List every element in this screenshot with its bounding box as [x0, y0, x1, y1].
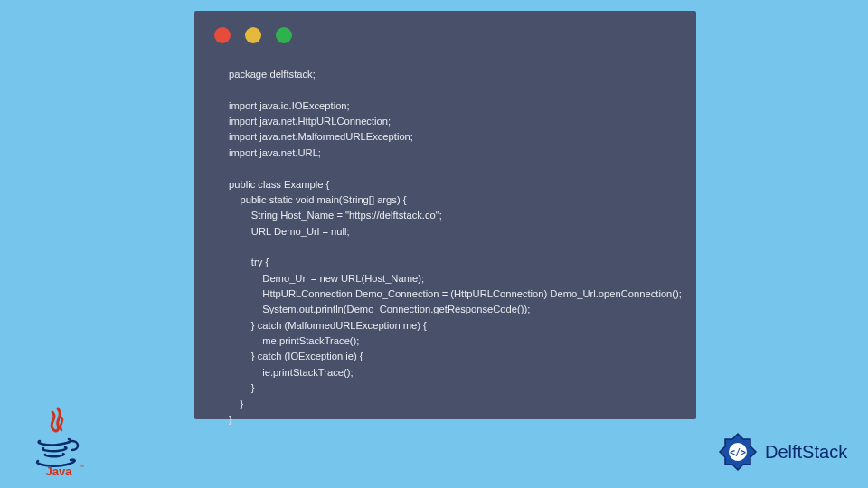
code-line: } catch (IOException ie) { [229, 351, 363, 361]
code-line: try { [229, 257, 269, 267]
code-line: import java.net.MalformedURLException; [229, 131, 413, 142]
window-controls [214, 27, 292, 43]
code-line: public class Example { [229, 179, 329, 190]
code-line: import java.net.URL; [229, 147, 321, 158]
delftstack-logo: </> DelftStack [716, 425, 852, 479]
code-line: import java.net.HttpURLConnection; [229, 116, 391, 127]
code-line: HttpURLConnection Demo_Connection = (Htt… [229, 288, 682, 299]
code-line: me.printStackTrace(); [229, 335, 359, 346]
code-line: String Host_Name = "https://delftstack.c… [229, 210, 442, 221]
delftstack-icon: </> [716, 430, 760, 474]
code-line: System.out.println(Demo_Connection.getRe… [229, 304, 530, 314]
svg-text:Java: Java [46, 465, 73, 477]
code-line: Demo_Url = new URL(Host_Name); [229, 273, 424, 284]
code-line: ie.printStackTrace(); [229, 367, 354, 378]
svg-text:™: ™ [80, 464, 84, 469]
code-window: package delftstack; import java.io.IOExc… [194, 11, 696, 419]
code-line: public static void main(String[] args) { [229, 194, 406, 205]
code-line: } [229, 414, 232, 425]
delftstack-label: DelftStack [765, 442, 847, 463]
code-line: package delftstack; [229, 69, 316, 80]
svg-text:</>: </> [730, 447, 746, 457]
code-block: package delftstack; import java.io.IOExc… [229, 67, 680, 427]
code-line: import java.io.IOException; [229, 100, 350, 111]
code-line: } [229, 399, 243, 409]
code-line: } [229, 382, 255, 393]
close-icon [214, 27, 231, 43]
minimize-icon [245, 27, 261, 43]
java-logo-icon: Java ™ [27, 405, 90, 477]
maximize-icon [276, 27, 292, 43]
code-line: } catch (MalformedURLException me) { [229, 320, 427, 331]
code-line: URL Demo_Url = null; [229, 226, 350, 237]
